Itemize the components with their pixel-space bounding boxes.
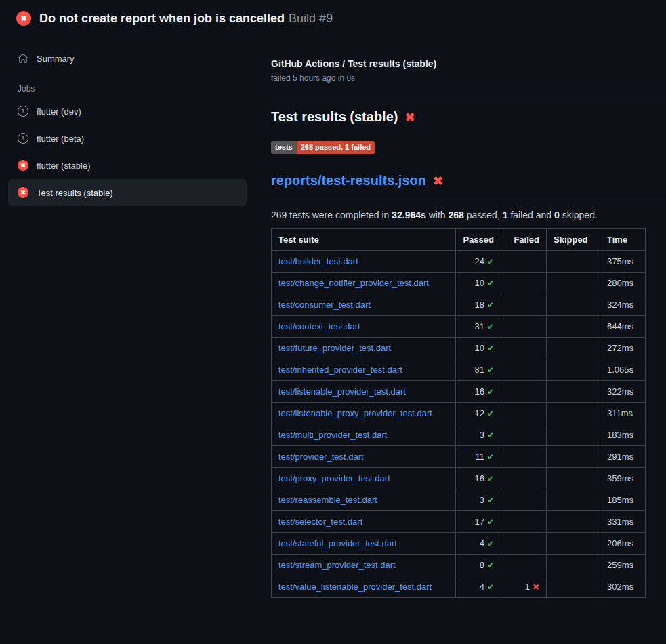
test-suite-link[interactable]: test/future_provider_test.dart xyxy=(278,343,391,353)
passed-cell: 3✔ xyxy=(456,424,501,446)
table-row: test/builder_test.dart 24✔ 375ms xyxy=(272,251,646,273)
failed-cell: 1✖ xyxy=(501,576,547,598)
test-suite-link[interactable]: test/change_notifier_provider_test.dart xyxy=(278,278,429,288)
check-icon: ✔ xyxy=(487,582,494,592)
skipped-cell xyxy=(547,424,600,446)
skipped-cell xyxy=(547,576,600,598)
time-cell: 259ms xyxy=(600,555,646,576)
report-link[interactable]: reports/test-results.json xyxy=(271,173,426,188)
sidebar-item-flutter-beta[interactable]: ! flutter (beta) xyxy=(8,125,247,152)
suite-cell: test/proxy_provider_test.dart xyxy=(272,468,456,489)
summary-part2: with xyxy=(426,209,449,220)
time-cell: 1.065s xyxy=(600,359,646,381)
failed-cell xyxy=(501,511,547,533)
section-title-text: Test results (stable) xyxy=(271,109,398,125)
test-suite-link[interactable]: test/inherited_provider_test.dart xyxy=(278,365,402,375)
test-suite-link[interactable]: test/builder_test.dart xyxy=(278,256,358,266)
test-suite-link[interactable]: test/listenable_provider_test.dart xyxy=(278,386,406,397)
passed-count: 3 xyxy=(480,495,484,505)
suite-cell: test/context_test.dart xyxy=(272,316,456,338)
test-suite-link[interactable]: test/stateful_provider_test.dart xyxy=(278,538,397,548)
suite-cell: test/multi_provider_test.dart xyxy=(272,424,456,446)
skipped-cell xyxy=(547,251,600,273)
tests-badge-label: tests xyxy=(271,141,297,154)
suite-cell: test/stream_provider_test.dart xyxy=(272,555,456,576)
build-results-page: ✖ Do not create report when job is cance… xyxy=(0,0,666,644)
time-cell: 272ms xyxy=(600,338,646,359)
passed-count: 17 xyxy=(474,517,484,527)
suite-cell: test/inherited_provider_test.dart xyxy=(272,359,456,381)
sidebar-item-summary[interactable]: Summary xyxy=(8,45,247,72)
suite-cell: test/consumer_test.dart xyxy=(272,294,456,316)
test-suite-link[interactable]: test/provider_test.dart xyxy=(278,451,364,462)
time-cell: 206ms xyxy=(600,533,646,555)
passed-count: 10 xyxy=(474,343,484,353)
summary-part3: passed, xyxy=(464,209,503,220)
build-header: ✖ Do not create report when job is cance… xyxy=(0,0,666,34)
time-cell: 324ms xyxy=(600,294,646,316)
passed-count: 18 xyxy=(474,300,484,310)
passed-count: 12 xyxy=(474,408,484,418)
table-row: test/proxy_provider_test.dart 16✔ 359ms xyxy=(272,468,646,489)
passed-count: 8 xyxy=(480,560,484,570)
passed-cell: 12✔ xyxy=(456,403,501,424)
sidebar-item-flutter-dev[interactable]: ! flutter (dev) xyxy=(8,98,247,125)
test-suite-link[interactable]: test/multi_provider_test.dart xyxy=(278,430,387,440)
suite-cell: test/stateful_provider_test.dart xyxy=(272,533,456,555)
table-row: test/context_test.dart 31✔ 644ms xyxy=(272,316,646,338)
passed-cell: 3✔ xyxy=(456,489,501,511)
failed-cell xyxy=(501,489,547,511)
test-suite-link[interactable]: test/consumer_test.dart xyxy=(278,300,371,310)
table-row: test/listenable_provider_test.dart 16✔ 3… xyxy=(272,381,646,403)
failed-cell xyxy=(501,251,547,273)
jobs-section-label: Jobs xyxy=(18,84,247,94)
passed-cell: 4✔ xyxy=(456,576,501,598)
sidebar-item-flutter-stable[interactable]: ✖ flutter (stable) xyxy=(8,152,247,179)
failed-cell xyxy=(501,446,547,468)
failed-cell xyxy=(501,555,547,576)
table-row: test/provider_test.dart 11✔ 291ms xyxy=(272,446,646,468)
test-suite-link[interactable]: test/stream_provider_test.dart xyxy=(278,560,396,570)
suite-cell: test/listenable_provider_test.dart xyxy=(272,381,456,403)
time-cell: 322ms xyxy=(600,381,646,403)
tests-badge: tests 268 passed, 1 failed xyxy=(271,141,375,154)
passed-count: 11 xyxy=(475,451,484,462)
time-cell: 331ms xyxy=(600,511,646,533)
test-suite-link[interactable]: test/context_test.dart xyxy=(278,321,360,331)
header-divider xyxy=(271,94,666,94)
check-icon: ✔ xyxy=(487,474,494,483)
cross-icon: ✖ xyxy=(533,582,539,592)
passed-cell: 16✔ xyxy=(456,381,501,403)
table-row: test/value_listenable_provider_test.dart… xyxy=(272,576,646,598)
suite-cell: test/builder_test.dart xyxy=(272,251,456,273)
failed-count: 1 xyxy=(525,582,530,592)
failed-cell xyxy=(501,273,547,294)
passed-count: 16 xyxy=(474,386,484,397)
table-row: test/stream_provider_test.dart 8✔ 259ms xyxy=(272,555,646,576)
test-suite-link[interactable]: test/reassemble_test.dart xyxy=(278,495,377,505)
time-cell: 311ms xyxy=(600,403,646,424)
summary-part1: 269 tests were completed in xyxy=(271,209,392,220)
check-icon: ✔ xyxy=(487,561,494,570)
skipped-cell xyxy=(547,511,600,533)
job-status-icon: ✖ xyxy=(18,160,28,171)
test-suite-link[interactable]: test/listenable_proxy_provider_test.dart xyxy=(278,408,432,418)
passed-cell: 4✔ xyxy=(456,533,501,555)
skipped-cell xyxy=(547,533,600,555)
skipped-cell xyxy=(547,446,600,468)
suite-cell: test/selector_test.dart xyxy=(272,511,456,533)
test-suite-link[interactable]: test/selector_test.dart xyxy=(278,517,362,527)
test-suite-link[interactable]: test/value_listenable_provider_test.dart xyxy=(278,582,432,592)
passed-cell: 18✔ xyxy=(456,294,501,316)
column-header-passed: Passed xyxy=(456,229,501,251)
run-meta: failed 5 hours ago in 0s xyxy=(271,73,666,83)
job-label: flutter (beta) xyxy=(37,134,84,144)
failed-cell xyxy=(501,294,547,316)
sidebar-item-test-results-stable[interactable]: ✖ Test results (stable) xyxy=(8,179,247,206)
time-cell: 375ms xyxy=(600,251,646,273)
test-suite-link[interactable]: test/proxy_provider_test.dart xyxy=(278,473,390,483)
skipped-cell xyxy=(547,489,600,511)
suite-cell: test/reassemble_test.dart xyxy=(272,489,456,511)
skipped-cell xyxy=(547,316,600,338)
breadcrumb: GitHub Actions / Test results (stable) xyxy=(271,58,666,69)
